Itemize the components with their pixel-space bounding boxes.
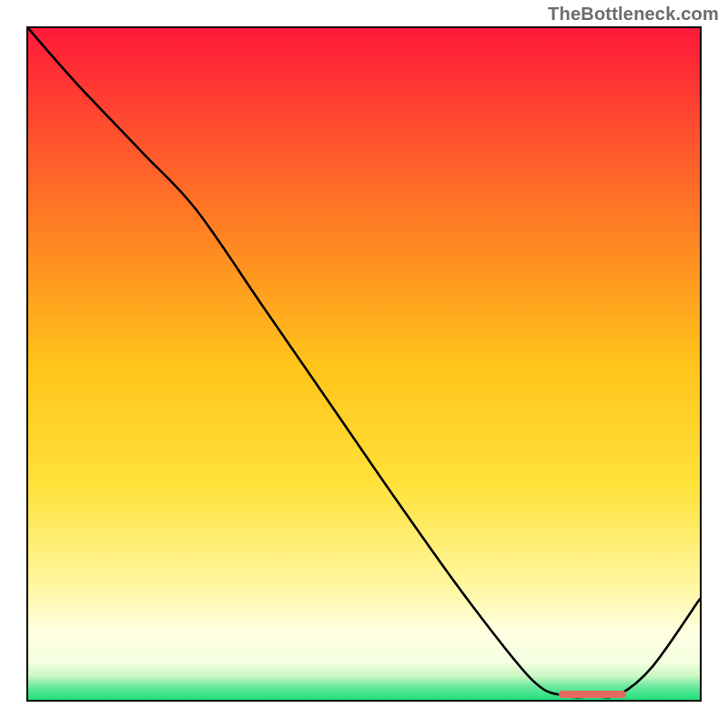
watermark-text: TheBottleneck.com (548, 4, 719, 25)
bottleneck-curve (28, 28, 700, 700)
chart-frame: TheBottleneck.com (0, 0, 728, 728)
optimal-range-marker (559, 691, 626, 698)
plot-area (26, 26, 702, 702)
